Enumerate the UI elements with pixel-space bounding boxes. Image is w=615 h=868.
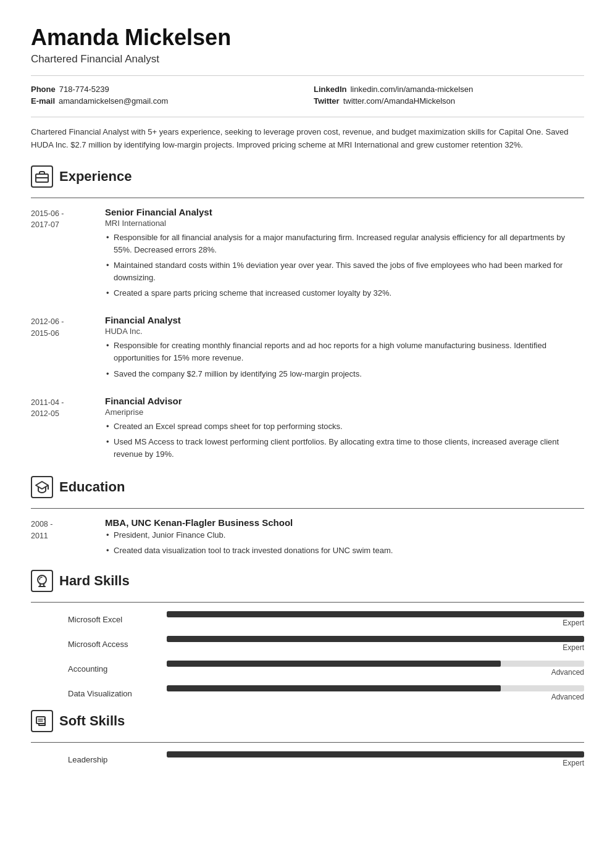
candidate-title: Chartered Financial Analyst (31, 53, 584, 65)
skill-bar-container: Expert (167, 636, 584, 652)
education-divider (31, 508, 584, 509)
skill-row: LeadershipExpert (31, 751, 584, 767)
skill-level-label: Advanced (551, 668, 584, 677)
entry-degree: MBA, UNC Kenan-Flagler Business School (105, 517, 584, 528)
twitter-contact: Twittertwitter.com/AmandaHMickelson (314, 96, 584, 106)
skill-bar-track (167, 661, 584, 667)
twitter-label: Twitter (314, 96, 340, 106)
skill-bar-track (167, 685, 584, 691)
skill-bar-fill (167, 636, 584, 642)
phone-contact: Phone718-774-5239 (31, 85, 301, 94)
experience-entry: 2012-06 - 2015-06Financial AnalystHUDA I… (31, 315, 584, 383)
skill-level-label: Advanced (551, 693, 584, 701)
skill-bar-fill (167, 611, 584, 617)
education-title: Education (59, 479, 125, 495)
contact-grid: Phone718-774-5239 LinkedInlinkedin.com/i… (31, 85, 584, 106)
soft-skills-section-header: Soft Skills (31, 710, 584, 732)
bullet-item: Created data visualization tool to track… (105, 545, 584, 557)
entry-company: Ameriprise (105, 407, 584, 417)
skill-bar-container: Advanced (167, 685, 584, 701)
skill-bar-track (167, 636, 584, 642)
phone-value: 718-774-5239 (59, 85, 109, 94)
edu-bullets: President, Junior Finance Club.Created d… (105, 529, 584, 557)
linkedin-label: LinkedIn (314, 85, 346, 94)
entry-job-title: Financial Analyst (105, 315, 584, 325)
hard-skills-section-header: Hard Skills (31, 570, 584, 592)
education-entries: 2008 - 2011MBA, UNC Kenan-Flagler Busine… (31, 517, 584, 560)
education-section-header: Education (31, 476, 584, 498)
entry-job-title: Financial Advisor (105, 396, 584, 406)
bullet-item: Maintained standard costs within 1% devi… (105, 259, 584, 284)
graduation-icon (31, 476, 53, 498)
skill-bar-fill (167, 685, 501, 691)
skill-bar-container: Expert (167, 611, 584, 627)
email-value: amandamickelsen@gmail.com (59, 96, 168, 106)
entry-date: 2008 - 2011 (31, 517, 99, 560)
soft-skills-title: Soft Skills (59, 713, 125, 729)
entry-bullets: Responsible for creating monthly financi… (105, 340, 584, 380)
skill-row: Data VisualizationAdvanced (31, 685, 584, 701)
linkedin-contact: LinkedInlinkedin.com/in/amanda-mickelsen (314, 85, 584, 94)
skill-bar-fill (167, 661, 501, 667)
entry-content: Financial AdvisorAmeripriseCreated an Ex… (105, 396, 584, 464)
skill-level-label: Expert (563, 619, 584, 627)
skill-row: Microsoft AccessExpert (31, 636, 584, 652)
bullet-item: President, Junior Finance Club. (105, 529, 584, 541)
linkedin-value: linkedin.com/in/amanda-mickelsen (350, 85, 473, 94)
experience-title: Experience (59, 169, 132, 185)
skill-bar-track (167, 751, 584, 757)
skill-bar-fill (167, 751, 584, 757)
skill-name: Leadership (31, 755, 154, 764)
skill-row: Microsoft ExcelExpert (31, 611, 584, 627)
skill-name: Microsoft Excel (31, 615, 154, 624)
experience-entry: 2015-06 - 2017-07Senior Financial Analys… (31, 207, 584, 303)
email-label: E-mail (31, 96, 55, 106)
skill-bar-container: Expert (167, 751, 584, 767)
svg-rect-6 (36, 717, 45, 724)
entry-content: Financial AnalystHUDA Inc.Responsible fo… (105, 315, 584, 383)
soft-skills-divider (31, 742, 584, 743)
skill-name: Accounting (31, 664, 154, 674)
experience-section-header: Experience (31, 165, 584, 188)
skill-level-label: Expert (563, 759, 584, 767)
bullet-item: Created a spare parts pricing scheme tha… (105, 287, 584, 299)
twitter-value: twitter.com/AmandaHMickelson (343, 96, 455, 106)
skill-name: Microsoft Access (31, 640, 154, 649)
header-divider (31, 75, 584, 76)
summary-text: Chartered Financial Analyst with 5+ year… (31, 126, 584, 152)
entry-date: 2012-06 - 2015-06 (31, 315, 99, 383)
skill-row: AccountingAdvanced (31, 661, 584, 677)
briefcase-icon (31, 165, 53, 188)
bullet-item: Created an Excel spread comps sheet for … (105, 420, 584, 433)
bullet-item: Responsible for all financial analysis f… (105, 232, 584, 256)
hard-skills-divider (31, 602, 584, 603)
experience-entries: 2015-06 - 2017-07Senior Financial Analys… (31, 207, 584, 464)
hard-skills-icon (31, 570, 53, 592)
entry-job-title: Senior Financial Analyst (105, 207, 584, 217)
entry-bullets: Created an Excel spread comps sheet for … (105, 420, 584, 461)
hard-skills-entries: Microsoft ExcelExpertMicrosoft AccessExp… (31, 611, 584, 701)
candidate-name: Amanda Mickelsen (31, 25, 584, 51)
skill-name: Data Visualization (31, 689, 154, 698)
entry-company: HUDA Inc. (105, 327, 584, 336)
experience-entry: 2011-04 - 2012-05Financial AdvisorAmerip… (31, 396, 584, 464)
summary-divider (31, 117, 584, 117)
experience-divider (31, 198, 584, 198)
svg-point-4 (38, 575, 46, 584)
entry-bullets: Responsible for all financial analysis f… (105, 232, 584, 300)
soft-skills-entries: LeadershipExpert (31, 751, 584, 767)
phone-label: Phone (31, 85, 56, 94)
bullet-item: Saved the company $2.7 million by identi… (105, 368, 584, 380)
bullet-item: Responsible for creating monthly financi… (105, 340, 584, 364)
entry-content: Senior Financial AnalystMRI Internationa… (105, 207, 584, 303)
bullet-item: Used MS Access to track lowest performin… (105, 436, 584, 461)
entry-date: 2011-04 - 2012-05 (31, 396, 99, 464)
email-contact: E-mailamandamickelsen@gmail.com (31, 96, 301, 106)
entry-date: 2015-06 - 2017-07 (31, 207, 99, 303)
hard-skills-title: Hard Skills (59, 573, 130, 589)
education-entry: 2008 - 2011MBA, UNC Kenan-Flagler Busine… (31, 517, 584, 560)
soft-skills-icon (31, 710, 53, 732)
skill-bar-track (167, 611, 584, 617)
skill-bar-container: Advanced (167, 661, 584, 677)
skill-level-label: Expert (563, 643, 584, 652)
